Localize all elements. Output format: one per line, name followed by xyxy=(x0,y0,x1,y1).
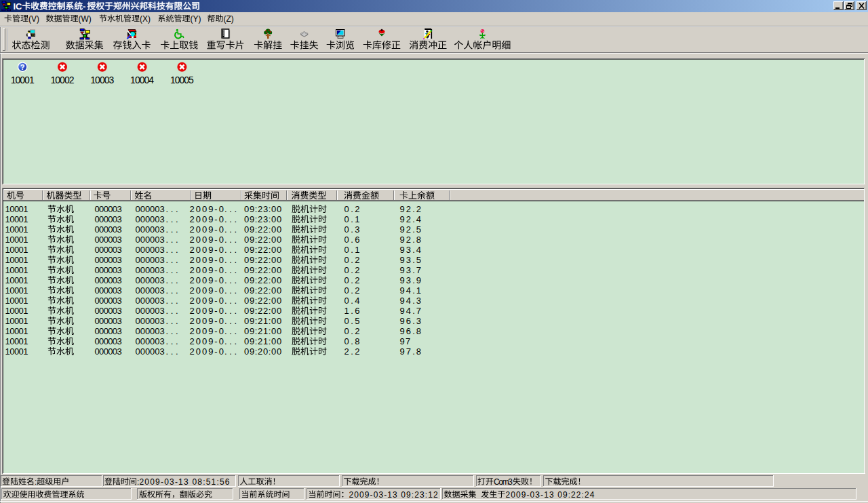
svg-text:(Y): (Y) xyxy=(191,14,201,24)
svg-text:IC: IC xyxy=(14,1,23,12)
svg-text:000003: 000003 xyxy=(95,306,122,316)
svg-text:.: . xyxy=(166,285,169,296)
svg-text:.: . xyxy=(166,346,169,357)
svg-text:000003: 000003 xyxy=(95,326,122,336)
svg-text:10001: 10001 xyxy=(11,75,35,85)
svg-text:.: . xyxy=(234,255,237,265)
svg-text:000003: 000003 xyxy=(136,255,165,265)
svg-text:0.3: 0.3 xyxy=(344,224,360,235)
svg-text:000003: 000003 xyxy=(95,214,122,224)
svg-text:.: . xyxy=(229,255,232,265)
svg-text:.: . xyxy=(166,204,169,214)
svg-text:.: . xyxy=(166,214,169,224)
svg-text:0.5: 0.5 xyxy=(344,316,360,326)
svg-text:96.8: 96.8 xyxy=(400,326,422,336)
svg-text:000003: 000003 xyxy=(95,285,122,296)
svg-text::: : xyxy=(35,477,37,487)
svg-text:2009-03-13 08:51:56: 2009-03-13 08:51:56 xyxy=(140,477,230,487)
svg-text:.: . xyxy=(229,306,232,316)
svg-text:.: . xyxy=(224,265,227,275)
svg-text:.: . xyxy=(229,285,232,296)
svg-text:.: . xyxy=(229,316,232,326)
svg-text:.: . xyxy=(166,235,169,245)
svg-text:09:22:00: 09:22:00 xyxy=(244,285,281,296)
svg-text:10005: 10005 xyxy=(170,75,194,85)
svg-text:.: . xyxy=(171,285,174,296)
svg-text:0.6: 0.6 xyxy=(344,235,360,245)
svg-text:.: . xyxy=(166,265,169,275)
svg-text:000003: 000003 xyxy=(136,326,165,336)
svg-text:(X): (X) xyxy=(140,14,151,24)
svg-text:94.1: 94.1 xyxy=(400,285,422,296)
svg-text:.: . xyxy=(224,306,227,316)
svg-text:92.8: 92.8 xyxy=(400,235,422,245)
svg-text:.: . xyxy=(176,346,178,357)
svg-text:.: . xyxy=(166,245,169,255)
svg-text:0.8: 0.8 xyxy=(344,336,360,346)
svg-text:000003: 000003 xyxy=(95,346,122,357)
svg-text:.: . xyxy=(224,346,227,357)
svg-text:0.2: 0.2 xyxy=(344,285,360,296)
svg-text:09:23:00: 09:23:00 xyxy=(244,214,281,224)
svg-text:09:22:00: 09:22:00 xyxy=(244,265,281,275)
svg-text:10001: 10001 xyxy=(5,296,28,306)
svg-text:97.8: 97.8 xyxy=(400,346,422,357)
svg-text:0.4: 0.4 xyxy=(344,296,360,306)
svg-text:96.3: 96.3 xyxy=(400,316,422,326)
svg-text:.: . xyxy=(166,224,169,235)
svg-text:.: . xyxy=(224,214,227,224)
svg-text:.: . xyxy=(171,214,174,224)
svg-text:(Z): (Z) xyxy=(224,14,234,24)
svg-text:1.6: 1.6 xyxy=(344,306,360,316)
svg-text:.: . xyxy=(234,336,237,346)
svg-text:.: . xyxy=(171,316,174,326)
svg-text:.: . xyxy=(229,265,232,275)
svg-text:.: . xyxy=(229,224,232,235)
svg-text:.: . xyxy=(171,306,174,316)
svg-text:.: . xyxy=(166,255,169,265)
svg-text:000003: 000003 xyxy=(95,255,122,265)
svg-text:000003: 000003 xyxy=(95,275,122,285)
svg-text:.: . xyxy=(234,265,237,275)
svg-text:.: . xyxy=(234,224,237,235)
svg-text:.: . xyxy=(229,326,232,336)
svg-text:10001: 10001 xyxy=(5,255,28,265)
svg-text:Com3: Com3 xyxy=(494,477,513,487)
svg-text:.: . xyxy=(176,316,178,326)
svg-text:000003: 000003 xyxy=(95,245,122,255)
svg-text:.: . xyxy=(171,336,174,346)
svg-text:.: . xyxy=(229,204,232,214)
svg-text:.: . xyxy=(176,214,178,224)
svg-text:.: . xyxy=(166,296,169,306)
svg-text:10001: 10001 xyxy=(5,316,28,326)
svg-text:000003: 000003 xyxy=(136,285,165,296)
svg-text:.: . xyxy=(176,306,178,316)
svg-text:000003: 000003 xyxy=(136,275,165,285)
svg-text:.: . xyxy=(234,326,237,336)
svg-text:.: . xyxy=(229,214,232,224)
svg-text:10001: 10001 xyxy=(5,275,28,285)
svg-text:94.7: 94.7 xyxy=(400,306,422,316)
svg-text:.: . xyxy=(234,296,237,306)
svg-text:10001: 10001 xyxy=(5,204,28,214)
svg-text:97: 97 xyxy=(400,336,411,346)
svg-text:000003: 000003 xyxy=(95,224,122,235)
svg-text:000003: 000003 xyxy=(95,204,122,214)
svg-text:0.2: 0.2 xyxy=(344,265,360,275)
svg-text:0.1: 0.1 xyxy=(344,245,360,255)
svg-text:92.4: 92.4 xyxy=(400,214,422,224)
svg-text:.: . xyxy=(171,224,174,235)
svg-text:.: . xyxy=(224,204,227,214)
svg-text:93.7: 93.7 xyxy=(400,265,422,275)
svg-text:.: . xyxy=(171,265,174,275)
svg-text:000003: 000003 xyxy=(136,346,165,357)
svg-text:.: . xyxy=(171,245,174,255)
svg-text:.: . xyxy=(176,285,178,296)
svg-text:.: . xyxy=(171,326,174,336)
svg-text:.: . xyxy=(234,316,237,326)
svg-text:.: . xyxy=(224,245,227,255)
svg-text:.: . xyxy=(176,275,178,285)
svg-text:.: . xyxy=(234,306,237,316)
svg-text:.: . xyxy=(229,346,232,357)
svg-text:.: . xyxy=(166,275,169,285)
